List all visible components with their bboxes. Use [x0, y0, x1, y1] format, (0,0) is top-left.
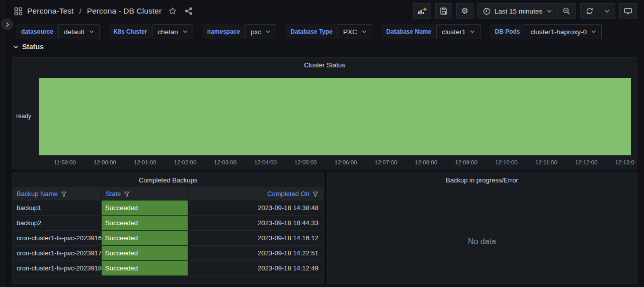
add-panel-button[interactable] — [413, 3, 431, 19]
share-icon[interactable] — [185, 7, 193, 15]
backup-name-cell: backup2 — [13, 216, 102, 230]
backup-state-cell: Succeeded — [102, 231, 188, 245]
template-variable: Database Name cluster1 — [381, 24, 481, 39]
backup-completed-cell: 2023-09-18 18:44:33 — [188, 216, 324, 230]
filter-funnel-icon[interactable] — [61, 191, 67, 197]
refresh-controls — [580, 3, 615, 19]
breadcrumb-page-title[interactable]: Percona - DB Cluster — [87, 7, 162, 16]
panel-title[interactable]: Completed Backups — [13, 173, 324, 187]
star-favorite-icon[interactable] — [169, 7, 177, 15]
backup-name-cell: cron-cluster1-fs-pvc-2023918002... — [13, 261, 102, 275]
chevron-right-icon — [5, 22, 10, 27]
x-axis-tick: 11:59:00 — [54, 159, 76, 165]
panel-cluster-status: Cluster Status ready 11:59:00 12:00:00 1… — [12, 57, 637, 169]
x-axis-tick: 12:04:00 — [254, 159, 277, 165]
state-timeline-ready-segment[interactable] — [39, 78, 631, 155]
backup-completed-cell: 2023-09-18 14:16:12 — [188, 231, 324, 245]
x-axis-tick: 12:00:00 — [94, 159, 116, 165]
variable-label: datasource — [16, 24, 58, 39]
table-row[interactable]: cron-cluster1-fs-pvc-2023917002... Succe… — [13, 246, 324, 261]
variable-value-dropdown[interactable]: default — [58, 24, 100, 39]
dashboard-settings-button[interactable]: ⚙ — [456, 3, 473, 19]
zoom-out-time-button[interactable] — [557, 4, 576, 19]
backup-state-cell: Succeeded — [102, 216, 188, 230]
column-header[interactable]: Backup Name — [13, 187, 102, 201]
variable-selected-value: pxc — [251, 28, 261, 36]
backups-table-header: Backup Name State Completed On — [13, 187, 324, 201]
expand-sidebar-button[interactable] — [2, 19, 13, 30]
table-row[interactable]: cron-cluster1-fs-pvc-2023916002... Succe… — [13, 231, 324, 246]
column-header[interactable]: State — [102, 187, 188, 201]
variable-value-dropdown[interactable]: cluster1 — [436, 24, 480, 39]
variable-selected-value: default — [64, 28, 85, 36]
column-header[interactable]: Completed On — [188, 187, 324, 201]
breadcrumb-dashboard-title[interactable]: Percona-Test — [27, 7, 74, 16]
variable-selected-value: PXC — [343, 28, 357, 36]
table-row[interactable]: backup2 Succeeded 2023-09-18 18:44:33 — [13, 216, 324, 231]
backups-table: Backup Name State Completed On — [13, 187, 324, 276]
variable-label: Database Type — [285, 24, 338, 39]
no-data-message: No data — [328, 237, 636, 246]
x-axis-tick: 12:08:00 — [415, 159, 437, 165]
column-header-label: Backup Name — [17, 190, 58, 198]
template-variable: datasource default — [16, 24, 100, 39]
refresh-interval-dropdown[interactable] — [599, 4, 615, 19]
template-variable: namespace pxc — [202, 24, 276, 39]
chevron-down-icon — [183, 29, 188, 34]
breadcrumb-separator: / — [78, 7, 83, 16]
variable-label: K8s Cluster — [109, 24, 152, 39]
x-axis-tick: 12:10:00 — [495, 159, 518, 165]
row-header-status[interactable]: Status — [13, 43, 44, 51]
variable-label: DB Pods — [490, 24, 525, 39]
table-row[interactable]: backup1 Succeeded 2023-09-18 14:38:48 — [13, 201, 324, 216]
backup-state-cell: Succeeded — [102, 246, 188, 260]
panel-title[interactable]: Backup in progress/Error — [328, 173, 636, 187]
x-axis-tick: 12:09:00 — [455, 159, 477, 165]
backup-state-cell: Succeeded — [102, 261, 188, 275]
dashboard-header: Percona-Test / Percona - DB Cluster ⚙ — [4, 0, 644, 22]
backup-state-cell: Succeeded — [102, 201, 188, 215]
refresh-dashboard-button[interactable] — [581, 4, 599, 19]
variable-label: Database Name — [381, 24, 436, 39]
table-row[interactable]: cron-cluster1-fs-pvc-2023918002... Succe… — [13, 261, 324, 276]
variable-label: namespace — [202, 24, 245, 39]
x-axis-tick: 12:01:00 — [134, 159, 156, 165]
panel-title[interactable]: Cluster Status — [13, 58, 636, 72]
header-toolbar: ⚙ Last 15 minutes — [413, 3, 637, 19]
x-axis-tick: 12:13:0 — [615, 159, 634, 165]
variable-selected-value: cluster1-haproxy-0 — [530, 28, 587, 36]
filter-funnel-icon[interactable] — [124, 191, 130, 197]
save-dashboard-button[interactable] — [435, 3, 452, 19]
backup-name-cell: cron-cluster1-fs-pvc-2023916002... — [13, 231, 102, 245]
chevron-down-icon — [266, 29, 271, 34]
variable-selected-value: chetan — [157, 28, 178, 36]
variable-value-dropdown[interactable]: pxc — [245, 24, 276, 39]
column-header-label: Completed On — [267, 190, 309, 198]
backup-name-cell: backup1 — [13, 201, 102, 215]
template-variable: K8s Cluster chetan — [109, 24, 193, 39]
filter-funnel-icon[interactable] — [312, 191, 318, 197]
x-axis-tick: 12:11:00 — [535, 159, 557, 165]
template-variables-row: datasource default K8s Cluster chetan — [16, 24, 602, 39]
chevron-down-icon — [362, 29, 367, 34]
template-variable: DB Pods cluster1-haproxy-0 — [490, 24, 602, 39]
variable-value-dropdown[interactable]: PXC — [338, 24, 372, 39]
cycle-view-mode-button[interactable] — [619, 3, 637, 19]
backup-completed-cell: 2023-09-18 14:38:48 — [188, 201, 324, 215]
backup-completed-cell: 2023-09-18 14:12:49 — [188, 261, 324, 275]
x-axis-tick: 12:05:00 — [294, 159, 317, 165]
time-range-picker[interactable]: Last 15 minutes — [478, 4, 557, 19]
grafana-dashboard: Percona-Test / Percona - DB Cluster ⚙ — [0, 0, 644, 288]
x-axis-tick: 12:03:00 — [214, 159, 236, 165]
tv-monitor-icon — [624, 7, 632, 15]
panel-completed-backups: Completed Backups Backup Name State — [12, 172, 324, 284]
variable-value-dropdown[interactable]: chetan — [152, 24, 193, 39]
chevron-down-icon — [89, 29, 94, 34]
variable-value-dropdown[interactable]: cluster1-haproxy-0 — [525, 24, 602, 39]
time-range-controls: Last 15 minutes — [477, 3, 576, 19]
dashboards-grid-icon — [14, 7, 23, 16]
x-axis-tick: 12:06:00 — [335, 159, 357, 165]
backups-table-body: backup1 Succeeded 2023-09-18 14:38:48 ba… — [13, 201, 324, 276]
panel-backup-progress: Backup in progress/Error No data — [327, 172, 637, 284]
template-variable: Database Type PXC — [285, 24, 372, 39]
